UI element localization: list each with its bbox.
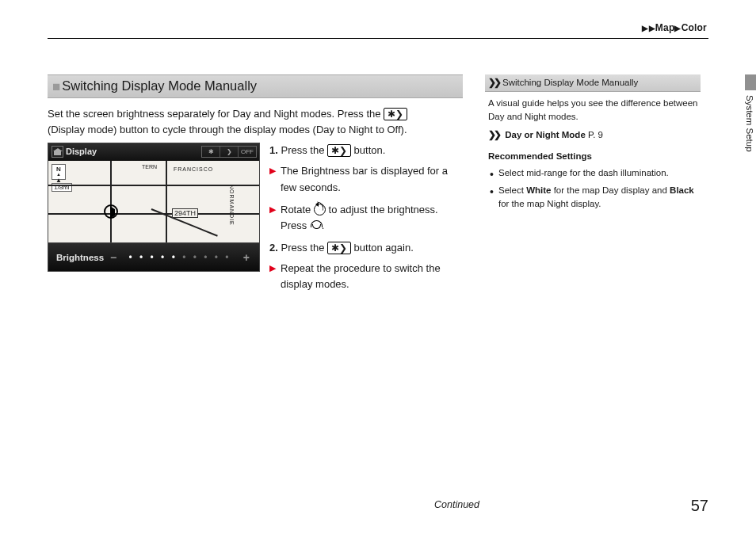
mode-segments: ✱ ❯ OFF: [201, 146, 257, 158]
compass-n: N: [52, 166, 65, 177]
chevron-icon: ▶▶: [642, 24, 655, 32]
side-tab-fill: [745, 74, 756, 90]
xref-icon: ❯❯: [488, 129, 499, 140]
intro-text-b: (Display mode) button to cycle through t…: [48, 124, 407, 135]
step-1-sub2-a: Rotate: [281, 204, 314, 216]
brightness-bar: Brightness − • • • • • • • • • • +: [48, 242, 259, 271]
steps-list: 1. Press the ✱❯ button. The Brightness b…: [269, 143, 456, 299]
square-bullet-icon: ■: [52, 79, 60, 94]
rec2-b: for the map Day display and: [551, 185, 670, 195]
mode-seg-day-icon: ✱: [202, 147, 220, 157]
recommended-item: Select White for the map Day display and…: [488, 184, 699, 210]
step-2-text-b: button again.: [351, 242, 414, 254]
side-tab-label: System Setup: [745, 95, 754, 152]
vehicle-icon: [104, 204, 118, 219]
display-mode-button-icon: ✱❯: [327, 144, 351, 157]
breadcrumb-color: Color: [682, 22, 707, 33]
intro-text-a: Set the screen brightness separately for…: [48, 108, 384, 120]
recommended-heading: Recommended Settings: [488, 150, 699, 163]
xref-page: P. 9: [588, 130, 603, 139]
sidebar-heading: ❯❯ Switching Display Mode Manually: [485, 74, 701, 92]
xref-label: Day or Night Mode: [505, 130, 586, 139]
page-number: 57: [691, 497, 708, 515]
compass-icon: N ▲: [52, 164, 66, 180]
step-2-sub: Repeat the procedure to switch the displ…: [269, 261, 456, 292]
road-badge: 294TH: [172, 208, 198, 218]
step-1-text-b: button.: [351, 144, 385, 156]
display-mode-button-icon: ✱❯: [384, 108, 407, 120]
section-heading-text: Switching Display Mode Manually: [62, 78, 257, 93]
sidebar-body-text: A visual guide helps you see the differe…: [488, 97, 699, 123]
rec2-white: White: [526, 185, 551, 195]
breadcrumb-map: Map: [655, 22, 675, 33]
brightness-dots: • • • • • • • • • •: [123, 252, 237, 263]
nav-screenshot: Display ✱ ❯ OFF N ▲ 1/8mi: [48, 143, 260, 272]
road-label: NORMANDIE: [229, 185, 235, 226]
sidebar-xref: ❯❯ Day or Night Mode P. 9: [488, 128, 699, 142]
display-mode-button-icon: ✱❯: [327, 242, 351, 254]
mode-seg-off: OFF: [239, 147, 256, 157]
breadcrumb: ▶▶Map▶Color: [642, 22, 707, 33]
brightness-label: Brightness: [56, 253, 104, 262]
brightness-minus-icon: −: [109, 251, 118, 264]
section-heading: ■Switching Display Mode Manually: [48, 74, 463, 98]
step-1-sub-a: The Brightness bar is displayed for a fe…: [269, 163, 456, 195]
step-2-num: 2.: [269, 242, 281, 254]
rec2-a: Select: [498, 185, 526, 195]
sidebar-heading-text: Switching Display Mode Manually: [502, 76, 638, 90]
enter-button-icon: [310, 219, 322, 231]
rec2-black: Black: [670, 185, 694, 195]
brightness-plus-icon: +: [242, 251, 251, 264]
double-chevron-icon: ❯❯: [488, 76, 499, 90]
step-2-text-a: Press the: [281, 242, 327, 254]
recommended-item: Select mid-range for the dash illuminati…: [488, 166, 699, 180]
road-label: TERN: [142, 164, 157, 170]
continued-label: Continued: [434, 499, 479, 510]
step-1-text-a: Press the: [281, 144, 327, 156]
chevron-icon: ▶: [674, 24, 681, 32]
mode-seg-night-icon: ❯: [220, 147, 239, 157]
rotate-dial-icon: [314, 204, 326, 216]
step-1-num: 1.: [269, 144, 281, 156]
rec2-c: for the map Night display.: [498, 199, 601, 208]
side-tab: System Setup: [745, 74, 756, 158]
home-icon: [52, 146, 63, 158]
screenshot-title: Display: [66, 147, 97, 156]
map-area: N ▲ 1/8mi TERN FRANCISCO NORMANDIE 294TH: [48, 161, 259, 242]
section-intro: Set the screen brightness separately for…: [48, 106, 463, 138]
header-rule: [48, 38, 708, 39]
road-label: FRANCISCO: [174, 166, 213, 172]
